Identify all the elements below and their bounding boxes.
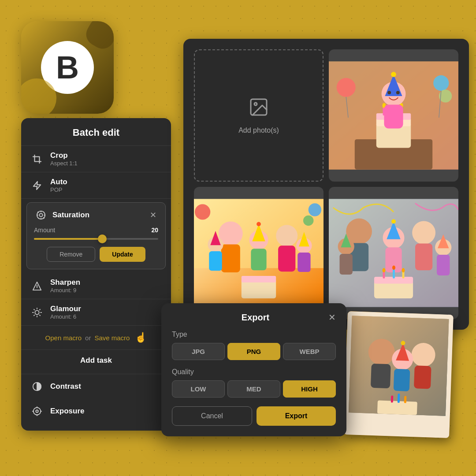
task-item-auto[interactable]: Auto POP	[21, 172, 171, 199]
add-task-section: Add task	[21, 350, 171, 374]
add-photos-slot[interactable]: Add photo(s)	[194, 49, 324, 182]
task-sub-glamour: Amount: 6	[50, 313, 81, 320]
photos-grid: Add photo(s)	[194, 49, 458, 319]
dialog-actions: Cancel Export	[172, 406, 336, 426]
svg-rect-112	[398, 394, 400, 403]
svg-rect-113	[404, 396, 407, 403]
macro-row: Open macro or Save macro ☝	[21, 326, 171, 350]
svg-rect-67	[298, 253, 310, 272]
floating-photo	[343, 311, 454, 438]
svg-rect-92	[383, 271, 385, 279]
svg-rect-107	[394, 369, 410, 391]
svg-line-6	[44, 218, 44, 218]
cursor-icon: ☝	[135, 332, 147, 343]
svg-point-72	[309, 203, 321, 216]
main-photo-area: Add photo(s)	[183, 39, 469, 330]
svg-rect-94	[402, 271, 405, 279]
quality-high-button[interactable]: HIGH	[283, 380, 336, 398]
svg-line-15	[40, 315, 40, 315]
saturation-title: Saturation	[52, 211, 89, 219]
left-panel: Batch edit Crop Aspect 1:1 Auto	[21, 118, 171, 431]
svg-rect-111	[391, 395, 394, 402]
app-icon[interactable]: B	[21, 21, 114, 114]
svg-point-97	[402, 268, 405, 272]
task-name-glamour: Glamour	[50, 305, 81, 313]
task-name-auto: Auto	[50, 178, 67, 186]
glamour-icon	[30, 305, 44, 320]
saturation-title-row: Saturation	[34, 208, 89, 222]
page-wrapper: B Batch edit Crop Aspect 1:1	[0, 0, 476, 476]
type-png-button[interactable]: PNG	[227, 343, 280, 360]
task-item-crop[interactable]: Crop Aspect 1:1	[21, 146, 171, 172]
svg-point-47	[396, 91, 400, 94]
svg-point-11	[35, 310, 39, 314]
type-label: Type	[172, 331, 336, 338]
cancel-button[interactable]: Cancel	[172, 406, 252, 426]
amount-row: Amount 20	[34, 227, 158, 234]
save-macro-link[interactable]: Save macro	[94, 334, 130, 342]
photo-slot-2[interactable]	[194, 187, 324, 319]
add-photos-text: Add photo(s)	[238, 126, 279, 134]
app-icon-letter: B	[56, 49, 79, 86]
task-item-glamour[interactable]: Glamour Amount: 6	[21, 299, 171, 326]
crop-icon	[30, 152, 44, 166]
svg-rect-58	[278, 245, 295, 271]
add-photos-icon	[248, 97, 269, 122]
export-button[interactable]: Export	[257, 406, 336, 426]
quality-label: Quality	[172, 368, 336, 376]
type-jpg-button[interactable]: JPG	[172, 343, 225, 360]
open-macro-link[interactable]: Open macro	[45, 334, 82, 342]
contrast-icon	[30, 379, 44, 394]
task-info-exposure: Exposure	[50, 407, 84, 416]
saturation-icon	[34, 208, 48, 222]
svg-point-49	[433, 75, 449, 91]
task-item-exposure[interactable]: Exposure	[21, 399, 171, 424]
svg-rect-88	[437, 255, 450, 275]
photo-slot-1[interactable]	[329, 49, 458, 182]
svg-point-57	[276, 225, 298, 246]
dialog-close-button[interactable]: ✕	[328, 312, 336, 323]
svg-rect-60	[251, 249, 266, 270]
svg-line-19	[40, 309, 40, 309]
task-name-crop: Crop	[50, 151, 77, 160]
saturation-slider[interactable]	[34, 238, 158, 240]
auto-icon	[30, 178, 44, 193]
quality-low-button[interactable]: LOW	[172, 380, 225, 398]
svg-point-73	[303, 216, 314, 226]
svg-line-14	[34, 309, 34, 309]
remove-button[interactable]: Remove	[47, 247, 95, 262]
saturation-buttons: Remove Update	[34, 247, 158, 262]
svg-rect-70	[242, 276, 276, 283]
macro-or-text: or	[85, 334, 91, 342]
amount-label: Amount	[34, 227, 55, 234]
type-webp-button[interactable]: WEBP	[283, 343, 336, 360]
task-info-crop: Crop Aspect 1:1	[50, 151, 77, 167]
svg-point-83	[391, 219, 396, 224]
quality-med-button[interactable]: MED	[227, 380, 280, 398]
update-button[interactable]: Update	[100, 247, 145, 262]
quality-button-group: LOW MED HIGH	[172, 380, 336, 398]
svg-rect-56	[221, 244, 240, 272]
task-sub-crop: Aspect 1:1	[50, 160, 77, 167]
icon-decoration-blob2	[82, 21, 114, 53]
svg-rect-79	[415, 243, 432, 270]
task-info-contrast: Contrast	[50, 382, 81, 391]
svg-point-28	[254, 103, 257, 105]
export-dialog: Export ✕ Type JPG PNG WEBP Quality LOW M…	[161, 303, 346, 436]
task-sub-sharpen: Amount: 9	[50, 287, 80, 294]
exposure-icon	[30, 404, 44, 418]
panel-title: Batch edit	[21, 118, 171, 146]
task-item-sharpen[interactable]: Sharpen Amount: 9	[21, 273, 171, 299]
svg-point-78	[412, 221, 435, 244]
svg-point-48	[337, 78, 356, 97]
task-info-sharpen: Sharpen Amount: 9	[50, 278, 80, 294]
svg-point-96	[392, 265, 395, 270]
svg-rect-105	[414, 365, 431, 389]
task-sub-auto: POP	[50, 186, 67, 193]
photo-slot-3[interactable]	[329, 187, 458, 319]
dialog-header: Export ✕	[172, 312, 336, 323]
svg-line-18	[34, 315, 34, 315]
slider-thumb[interactable]	[98, 234, 107, 243]
task-item-contrast[interactable]: Contrast	[21, 374, 171, 399]
saturation-close-button[interactable]: ✕	[148, 209, 158, 221]
